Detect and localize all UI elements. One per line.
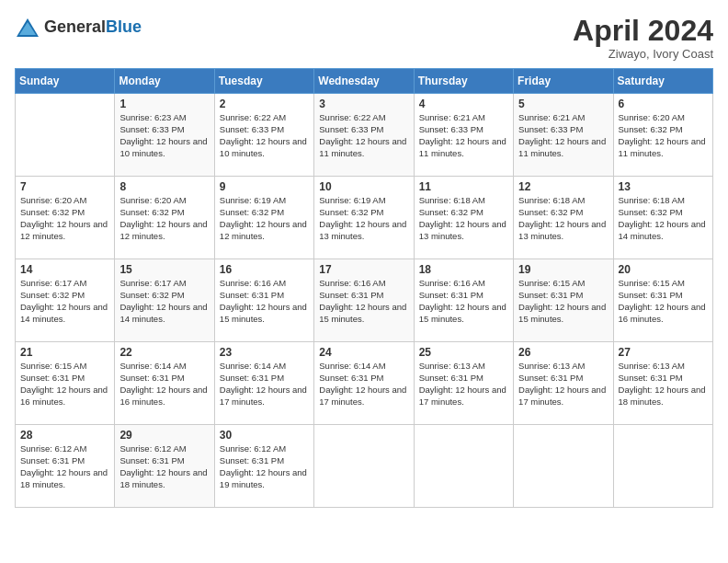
day-of-week-header: Thursday (414, 69, 513, 94)
day-info: Sunrise: 6:15 AMSunset: 6:31 PMDaylight:… (518, 278, 606, 323)
calendar-cell: 29Sunrise: 6:12 AMSunset: 6:31 PMDayligh… (115, 425, 214, 508)
day-number: 6 (619, 98, 708, 110)
day-number: 10 (319, 180, 408, 193)
calendar-cell (16, 94, 115, 177)
subtitle: Ziwayo, Ivory Coast (573, 47, 713, 61)
logo: GeneralBlue (15, 15, 142, 40)
day-info: Sunrise: 6:20 AMSunset: 6:32 PMDaylight:… (20, 195, 108, 240)
day-info: Sunrise: 6:15 AMSunset: 6:31 PMDaylight:… (619, 278, 706, 323)
day-info: Sunrise: 6:19 AMSunset: 6:32 PMDaylight:… (319, 195, 406, 240)
calendar-cell: 16Sunrise: 6:16 AMSunset: 6:31 PMDayligh… (214, 259, 313, 342)
calendar-cell (314, 425, 414, 508)
calendar-cell: 6Sunrise: 6:20 AMSunset: 6:32 PMDaylight… (613, 94, 712, 177)
calendar-cell: 30Sunrise: 6:12 AMSunset: 6:31 PMDayligh… (214, 425, 313, 508)
calendar-cell: 19Sunrise: 6:15 AMSunset: 6:31 PMDayligh… (514, 259, 613, 342)
calendar: SundayMondayTuesdayWednesdayThursdayFrid… (15, 68, 713, 508)
calendar-cell: 12Sunrise: 6:18 AMSunset: 6:32 PMDayligh… (514, 177, 613, 259)
day-info: Sunrise: 6:12 AMSunset: 6:31 PMDaylight:… (220, 443, 307, 488)
day-number: 1 (119, 98, 209, 110)
day-info: Sunrise: 6:22 AMSunset: 6:33 PMDaylight:… (319, 112, 406, 157)
calendar-cell: 3Sunrise: 6:22 AMSunset: 6:33 PMDaylight… (314, 94, 414, 177)
day-number: 26 (518, 346, 608, 359)
calendar-cell: 9Sunrise: 6:19 AMSunset: 6:32 PMDaylight… (214, 177, 313, 259)
calendar-header-row: SundayMondayTuesdayWednesdayThursdayFrid… (16, 69, 713, 94)
calendar-cell: 4Sunrise: 6:21 AMSunset: 6:33 PMDaylight… (414, 94, 513, 177)
calendar-cell: 8Sunrise: 6:20 AMSunset: 6:32 PMDaylight… (115, 177, 214, 259)
calendar-cell: 24Sunrise: 6:14 AMSunset: 6:31 PMDayligh… (314, 342, 414, 425)
calendar-week-row: 7Sunrise: 6:20 AMSunset: 6:32 PMDaylight… (16, 177, 713, 259)
day-info: Sunrise: 6:13 AMSunset: 6:31 PMDaylight:… (619, 361, 706, 406)
calendar-cell: 14Sunrise: 6:17 AMSunset: 6:32 PMDayligh… (16, 259, 115, 342)
day-number: 30 (220, 429, 309, 442)
day-number: 17 (319, 263, 408, 276)
day-number: 18 (419, 263, 508, 276)
day-of-week-header: Saturday (613, 69, 712, 94)
day-info: Sunrise: 6:21 AMSunset: 6:33 PMDaylight:… (518, 112, 606, 157)
calendar-week-row: 21Sunrise: 6:15 AMSunset: 6:31 PMDayligh… (16, 342, 713, 425)
logo-icon (15, 15, 40, 40)
day-number: 7 (20, 180, 109, 193)
day-info: Sunrise: 6:20 AMSunset: 6:32 PMDaylight:… (619, 112, 706, 157)
day-number: 9 (220, 180, 309, 193)
day-number: 28 (20, 429, 109, 442)
calendar-cell: 21Sunrise: 6:15 AMSunset: 6:31 PMDayligh… (16, 342, 115, 425)
calendar-cell: 15Sunrise: 6:17 AMSunset: 6:32 PMDayligh… (115, 259, 214, 342)
day-info: Sunrise: 6:15 AMSunset: 6:31 PMDaylight:… (20, 361, 108, 406)
day-number: 23 (220, 346, 309, 359)
day-number: 29 (119, 429, 209, 442)
day-number: 15 (119, 263, 209, 276)
day-info: Sunrise: 6:12 AMSunset: 6:31 PMDaylight:… (20, 443, 108, 488)
day-number: 24 (319, 346, 408, 359)
calendar-cell (414, 425, 513, 508)
day-number: 3 (319, 98, 408, 110)
day-number: 22 (119, 346, 209, 359)
day-info: Sunrise: 6:19 AMSunset: 6:32 PMDaylight:… (220, 195, 307, 240)
calendar-cell: 11Sunrise: 6:18 AMSunset: 6:32 PMDayligh… (414, 177, 513, 259)
day-number: 4 (419, 98, 508, 110)
calendar-cell (514, 425, 613, 508)
day-info: Sunrise: 6:21 AMSunset: 6:33 PMDaylight:… (419, 112, 506, 157)
calendar-cell: 17Sunrise: 6:16 AMSunset: 6:31 PMDayligh… (314, 259, 414, 342)
day-info: Sunrise: 6:13 AMSunset: 6:31 PMDaylight:… (518, 361, 606, 406)
calendar-week-row: 28Sunrise: 6:12 AMSunset: 6:31 PMDayligh… (16, 425, 713, 508)
day-info: Sunrise: 6:23 AMSunset: 6:33 PMDaylight:… (119, 112, 207, 157)
calendar-cell: 22Sunrise: 6:14 AMSunset: 6:31 PMDayligh… (115, 342, 214, 425)
page-title: April 2024 (573, 15, 713, 47)
page-header: GeneralBlue April 2024 Ziwayo, Ivory Coa… (15, 15, 713, 61)
day-of-week-header: Wednesday (314, 69, 414, 94)
day-number: 25 (419, 346, 508, 359)
day-of-week-header: Monday (115, 69, 214, 94)
day-info: Sunrise: 6:18 AMSunset: 6:32 PMDaylight:… (619, 195, 706, 240)
day-of-week-header: Sunday (16, 69, 115, 94)
day-info: Sunrise: 6:18 AMSunset: 6:32 PMDaylight:… (518, 195, 606, 240)
calendar-cell: 25Sunrise: 6:13 AMSunset: 6:31 PMDayligh… (414, 342, 513, 425)
calendar-cell: 20Sunrise: 6:15 AMSunset: 6:31 PMDayligh… (613, 259, 712, 342)
day-info: Sunrise: 6:14 AMSunset: 6:31 PMDaylight:… (220, 361, 307, 406)
day-number: 27 (619, 346, 708, 359)
calendar-cell: 1Sunrise: 6:23 AMSunset: 6:33 PMDaylight… (115, 94, 214, 177)
calendar-cell: 27Sunrise: 6:13 AMSunset: 6:31 PMDayligh… (613, 342, 712, 425)
calendar-week-row: 14Sunrise: 6:17 AMSunset: 6:32 PMDayligh… (16, 259, 713, 342)
calendar-cell: 28Sunrise: 6:12 AMSunset: 6:31 PMDayligh… (16, 425, 115, 508)
day-number: 19 (518, 263, 608, 276)
day-info: Sunrise: 6:20 AMSunset: 6:32 PMDaylight:… (119, 195, 207, 240)
day-info: Sunrise: 6:18 AMSunset: 6:32 PMDaylight:… (419, 195, 506, 240)
day-number: 20 (619, 263, 708, 276)
logo-general: GeneralBlue (44, 18, 142, 37)
calendar-cell: 10Sunrise: 6:19 AMSunset: 6:32 PMDayligh… (314, 177, 414, 259)
calendar-cell: 5Sunrise: 6:21 AMSunset: 6:33 PMDaylight… (514, 94, 613, 177)
day-info: Sunrise: 6:16 AMSunset: 6:31 PMDaylight:… (419, 278, 506, 323)
calendar-week-row: 1Sunrise: 6:23 AMSunset: 6:33 PMDaylight… (16, 94, 713, 177)
day-info: Sunrise: 6:13 AMSunset: 6:31 PMDaylight:… (419, 361, 506, 406)
day-info: Sunrise: 6:16 AMSunset: 6:31 PMDaylight:… (220, 278, 307, 323)
calendar-cell: 13Sunrise: 6:18 AMSunset: 6:32 PMDayligh… (613, 177, 712, 259)
day-number: 8 (119, 180, 209, 193)
calendar-cell: 18Sunrise: 6:16 AMSunset: 6:31 PMDayligh… (414, 259, 513, 342)
day-info: Sunrise: 6:14 AMSunset: 6:31 PMDaylight:… (119, 361, 207, 406)
day-number: 21 (20, 346, 109, 359)
day-number: 14 (20, 263, 109, 276)
calendar-cell: 26Sunrise: 6:13 AMSunset: 6:31 PMDayligh… (514, 342, 613, 425)
calendar-cell: 23Sunrise: 6:14 AMSunset: 6:31 PMDayligh… (214, 342, 313, 425)
day-info: Sunrise: 6:14 AMSunset: 6:31 PMDaylight:… (319, 361, 406, 406)
day-number: 2 (220, 98, 309, 110)
